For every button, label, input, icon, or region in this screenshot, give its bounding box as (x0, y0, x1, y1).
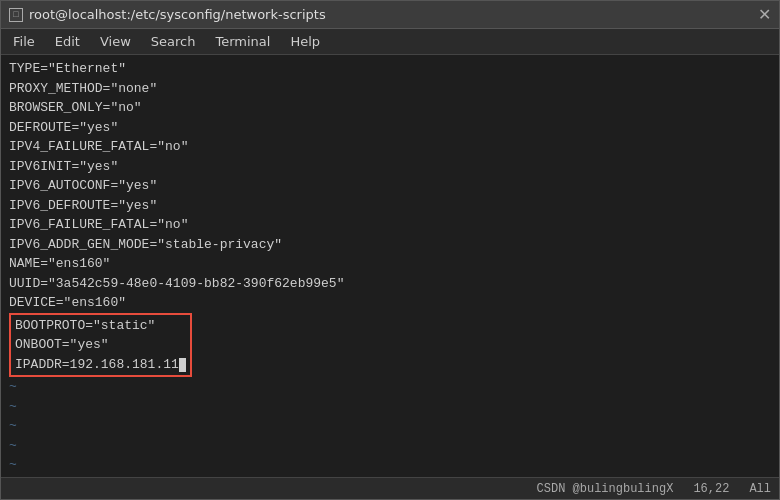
editor-line: IPV6_FAILURE_FATAL="no" (9, 215, 771, 235)
menu-edit[interactable]: Edit (47, 32, 88, 51)
menu-help[interactable]: Help (282, 32, 328, 51)
editor-line: TYPE="Ethernet" (9, 59, 771, 79)
editor-line: IPV4_FAILURE_FATAL="no" (9, 137, 771, 157)
tilde-line: ~ (9, 436, 771, 456)
editor-line: NAME="ens160" (9, 254, 771, 274)
editor-line: PROXY_METHOD="none" (9, 79, 771, 99)
cursor-position: 16,22 (693, 482, 729, 496)
close-button[interactable]: ✕ (758, 7, 771, 23)
watermark: CSDN @bulingbulingX (537, 482, 674, 496)
editor-line: IPV6_DEFROUTE="yes" (9, 196, 771, 216)
editor-line: IPV6_ADDR_GEN_MODE="stable-privacy" (9, 235, 771, 255)
editor-line: DEFROUTE="yes" (9, 118, 771, 138)
tilde-line: ~ (9, 475, 771, 478)
menu-bar: File Edit View Search Terminal Help (1, 29, 779, 55)
highlighted-region: BOOTPROTO="static" ONBOOT="yes" IPADDR=1… (9, 313, 192, 378)
tilde-line: ~ (9, 455, 771, 475)
menu-terminal[interactable]: Terminal (207, 32, 278, 51)
editor-line: DEVICE="ens160" (9, 293, 771, 313)
editor-line: UUID="3a542c59-48e0-4109-bb82-390f62eb99… (9, 274, 771, 294)
title-bar: □ root@localhost:/etc/sysconfig/network-… (1, 1, 779, 29)
window-title: root@localhost:/etc/sysconfig/network-sc… (29, 7, 326, 22)
scroll-mode: All (749, 482, 771, 496)
tilde-line: ~ (9, 416, 771, 436)
menu-view[interactable]: View (92, 32, 139, 51)
tilde-line: ~ (9, 377, 771, 397)
editor-line: IPV6_AUTOCONF="yes" (9, 176, 771, 196)
editor-area[interactable]: TYPE="Ethernet" PROXY_METHOD="none" BROW… (1, 55, 779, 477)
code-content: TYPE="Ethernet" PROXY_METHOD="none" BROW… (9, 59, 771, 477)
main-window: □ root@localhost:/etc/sysconfig/network-… (0, 0, 780, 500)
tilde-line: ~ (9, 397, 771, 417)
cursor (179, 358, 186, 372)
editor-line: IPV6INIT="yes" (9, 157, 771, 177)
editor-line: BROWSER_ONLY="no" (9, 98, 771, 118)
window-icon: □ (9, 8, 23, 22)
menu-file[interactable]: File (5, 32, 43, 51)
menu-search[interactable]: Search (143, 32, 204, 51)
status-bar: CSDN @bulingbulingX 16,22 All (1, 477, 779, 499)
